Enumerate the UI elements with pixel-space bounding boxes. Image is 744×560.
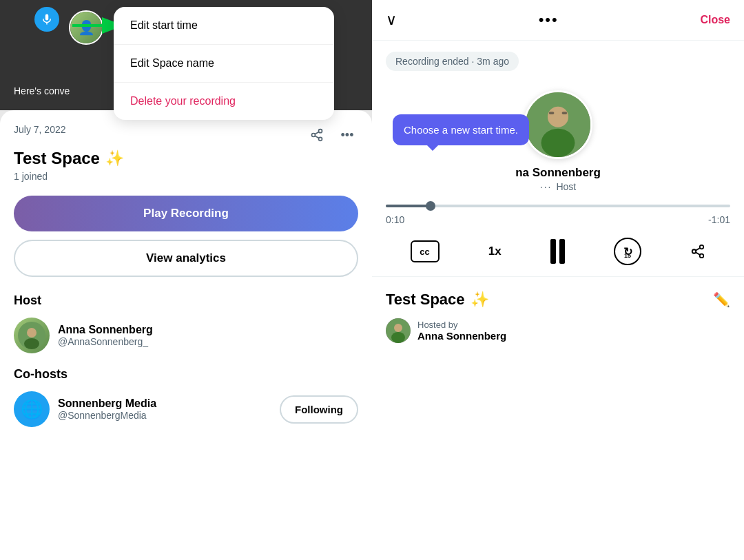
speaker-avatar — [524, 90, 592, 159]
svg-point-10 — [27, 328, 37, 338]
hosted-by-name: Anna Sonnenberg — [417, 330, 506, 342]
svg-point-19 — [700, 254, 704, 258]
svg-point-23 — [394, 324, 402, 332]
progress-times: 0:10 -1:01 — [372, 210, 744, 229]
recording-status-text: Recording ended · 3m ago — [386, 52, 519, 71]
dropdown-delete-recording[interactable]: Delete your recording — [114, 83, 334, 120]
hosted-by-text: Hosted by — [417, 320, 506, 330]
recording-status-badge: Recording ended · 3m ago — [372, 41, 744, 76]
cohost-info: Sonnenberg Media @SonnenbergMedia — [58, 397, 271, 421]
cc-button[interactable]: cc — [411, 240, 440, 262]
chevron-down-icon[interactable]: ∨ — [386, 11, 397, 29]
card-date: July 7, 2022 — [14, 124, 66, 135]
speaker-area: Choose a new start time. na Sonnenberg ·… — [372, 76, 744, 199]
host-name: Anna Sonnenberg — [58, 324, 153, 336]
left-panel: 👤 Here's conve Edit start time Edit Spac… — [0, 0, 372, 560]
speaker-role-row: ··· Host — [540, 181, 576, 192]
cohost-name: Sonnenberg Media — [58, 397, 271, 410]
cohosts-section-label: Co-hosts — [14, 367, 358, 382]
dropdown-edit-start-time[interactable]: Edit start time — [114, 7, 334, 45]
svg-line-7 — [315, 136, 319, 138]
svg-line-21 — [696, 248, 700, 251]
progress-track[interactable] — [386, 205, 730, 207]
speaker-role: Host — [556, 181, 576, 192]
card-joined-count: 1 joined — [14, 171, 358, 182]
svg-point-17 — [700, 245, 704, 249]
share-icon[interactable] — [306, 124, 328, 146]
pause-bar-right — [559, 239, 565, 264]
more-options-button[interactable]: ••• — [539, 11, 559, 29]
host-info: Anna Sonnenberg @AnnaSonnenberg_ — [58, 324, 153, 347]
hosted-avatar — [386, 318, 411, 343]
play-recording-button[interactable]: Play Recording — [14, 196, 358, 231]
svg-point-5 — [312, 134, 316, 137]
topbar-left: ∨ — [386, 11, 397, 29]
skip-label: 15 — [624, 252, 631, 259]
svg-point-11 — [24, 338, 39, 349]
card-action-icons: ••• — [306, 124, 358, 146]
cohost-handle: @SonnenbergMedia — [58, 410, 271, 421]
speaker-name: na Sonnenberg — [515, 166, 601, 180]
svg-line-8 — [315, 132, 319, 134]
svg-point-24 — [391, 332, 405, 343]
bottom-sparkle-emoji: ✨ — [471, 291, 489, 309]
svg-point-14 — [541, 129, 575, 157]
right-panel: ∨ ••• Close Recording ended · 3m ago Cho… — [372, 0, 744, 560]
progress-thumb[interactable] — [426, 201, 435, 211]
sparkle-emoji: ✨ — [105, 149, 124, 167]
pause-button[interactable] — [550, 239, 565, 264]
hosted-info: Hosted by Anna Sonnenberg — [417, 320, 506, 342]
hosted-row: Hosted by Anna Sonnenberg — [386, 318, 730, 343]
svg-point-18 — [692, 249, 696, 253]
share-button[interactable] — [690, 244, 705, 259]
progress-container — [372, 199, 744, 210]
speed-button[interactable]: 1x — [488, 245, 502, 258]
remaining-time: -1:01 — [708, 214, 730, 225]
mic-icon — [34, 7, 59, 32]
globe-icon: 🌐 — [21, 399, 43, 420]
current-time: 0:10 — [386, 214, 404, 225]
speaker-role-dots: ··· — [540, 181, 552, 192]
pause-bar-left — [550, 239, 556, 264]
svg-point-4 — [319, 129, 322, 133]
top-bg-text: Here's conve — [14, 85, 70, 96]
playback-controls: cc 1x ↻ 15 — [372, 229, 744, 277]
following-button[interactable]: Following — [280, 395, 358, 424]
progress-fill — [386, 205, 431, 207]
tooltip-bubble: Choose a new start time. — [393, 114, 529, 145]
svg-point-6 — [319, 137, 322, 141]
host-avatar — [14, 318, 50, 353]
host-handle: @AnnaSonnenberg_ — [58, 336, 153, 347]
host-row: Anna Sonnenberg @AnnaSonnenberg_ — [14, 318, 358, 353]
card-header: July 7, 2022 ••• — [14, 124, 358, 146]
more-options-icon[interactable]: ••• — [336, 124, 358, 146]
svg-rect-15 — [549, 112, 555, 114]
close-button[interactable]: Close — [700, 14, 730, 26]
speaker-avatar-img — [526, 92, 590, 157]
edit-icon[interactable]: ✏️ — [713, 291, 730, 308]
svg-point-13 — [548, 107, 568, 127]
right-topbar: ∨ ••• Close — [372, 0, 744, 41]
host-section-label: Host — [14, 293, 358, 308]
bottom-space-info: Test Space ✨ ✏️ Hosted by Anna Sonnenber… — [372, 277, 744, 560]
svg-rect-0 — [45, 14, 49, 21]
cohost-row: 🌐 Sonnenberg Media @SonnenbergMedia Foll… — [14, 391, 358, 427]
card-title: Test Space ✨ — [14, 149, 358, 168]
dropdown-edit-space-name[interactable]: Edit Space name — [114, 45, 334, 83]
view-analytics-button[interactable]: View analytics — [14, 240, 358, 277]
dropdown-menu: Edit start time Edit Space name Delete y… — [114, 7, 334, 120]
main-card: July 7, 2022 ••• Test Space ✨ 1 joined P… — [0, 110, 372, 560]
svg-rect-16 — [562, 112, 568, 114]
skip-forward-button[interactable]: ↻ 15 — [614, 238, 641, 265]
cohost-avatar: 🌐 — [14, 391, 50, 427]
svg-line-20 — [696, 252, 700, 255]
bottom-title: Test Space ✨ ✏️ — [386, 291, 730, 309]
